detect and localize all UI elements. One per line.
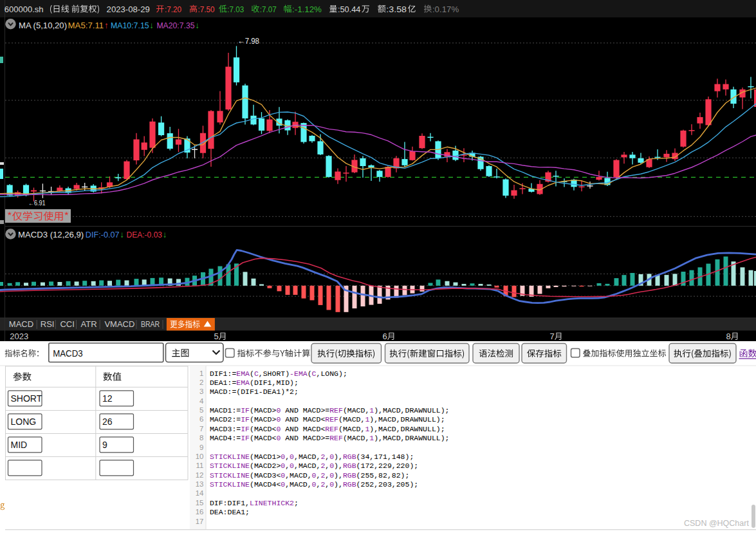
svg-text:,: , — [285, 462, 290, 470]
svg-text:BRAR: BRAR — [141, 319, 160, 329]
svg-text:(MACD3<: (MACD3< — [250, 471, 281, 480]
svg-text:↑: ↑ — [104, 21, 109, 30]
svg-text:REF: REF — [329, 406, 343, 415]
svg-text:,MACD,: ,MACD, — [285, 480, 311, 489]
svg-text:7: 7 — [199, 425, 203, 433]
svg-text:MACD4:=: MACD4:= — [210, 434, 241, 442]
svg-text:(MACD>: (MACD> — [250, 406, 277, 415]
svg-text:12: 12 — [102, 393, 113, 404]
svg-text:MACD2:=: MACD2:= — [210, 415, 241, 424]
svg-text:),: ), — [334, 462, 343, 470]
svg-text:REF: REF — [325, 425, 338, 433]
svg-text:,: , — [325, 471, 329, 480]
svg-text:↓: ↓ — [195, 21, 199, 30]
svg-text:(MACD1>: (MACD1> — [250, 453, 281, 461]
svg-text:MACD: MACD — [9, 319, 33, 329]
svg-text:9: 9 — [199, 444, 203, 451]
svg-text:↓: ↓ — [149, 21, 154, 30]
svg-text:MA20:7.35: MA20:7.35 — [156, 21, 194, 30]
svg-text:),: ), — [334, 480, 343, 489]
svg-text:DEA:DEA1;: DEA:DEA1; — [210, 508, 250, 516]
svg-text:←7.98: ←7.98 — [237, 36, 259, 46]
svg-text:(MACD,: (MACD, — [343, 406, 369, 415]
svg-text:9: 9 — [102, 440, 107, 450]
svg-text::7.03: :7.03 — [227, 5, 244, 14]
svg-text:LONG: LONG — [11, 416, 37, 427]
svg-text:15: 15 — [196, 499, 204, 507]
svg-text:IF: IF — [241, 415, 250, 424]
svg-text:EMA: EMA — [236, 379, 250, 387]
svg-text:(MACD,: (MACD, — [338, 415, 365, 424]
svg-text:IF: IF — [241, 406, 250, 415]
svg-text:,: , — [317, 480, 321, 489]
svg-text:MACD1:=: MACD1:= — [210, 406, 241, 415]
svg-text:,: , — [317, 471, 321, 480]
svg-text:VMACD: VMACD — [104, 319, 134, 329]
svg-text:↓: ↓ — [120, 230, 124, 239]
svg-text:),MACD,DRAWNULL);: ),MACD,DRAWNULL); — [374, 434, 449, 442]
svg-text:MA5:7.11: MA5:7.11 — [68, 21, 104, 30]
svg-text:,: , — [285, 453, 290, 461]
svg-text:RGB: RGB — [343, 471, 356, 480]
svg-text:,: , — [325, 453, 329, 461]
svg-text:14: 14 — [196, 489, 204, 497]
svg-text:AND MACD<: AND MACD< — [281, 415, 325, 424]
svg-text:(34,171,148);: (34,171,148); — [356, 453, 414, 461]
svg-text:600000.sh: 600000.sh — [5, 5, 44, 14]
svg-text:2: 2 — [199, 379, 203, 386]
svg-text:ATR: ATR — [81, 319, 97, 329]
svg-text:2023-08-29: 2023-08-29 — [107, 5, 150, 14]
svg-text:↓: ↓ — [163, 230, 167, 239]
svg-text:12: 12 — [196, 471, 204, 479]
svg-text:IF: IF — [241, 425, 250, 433]
svg-text:(255,82,82);: (255,82,82); — [356, 471, 410, 480]
svg-text:),MACD,DRAWNULL);: ),MACD,DRAWNULL); — [374, 406, 449, 415]
svg-text:MID: MID — [11, 440, 28, 450]
svg-text:RGB: RGB — [343, 453, 356, 461]
svg-text:EMA: EMA — [294, 369, 308, 378]
svg-text::50.44: :50.44 — [338, 5, 361, 14]
svg-text::-1.12%: :-1.12% — [292, 5, 322, 14]
svg-text:),: ), — [334, 471, 343, 480]
svg-text:4: 4 — [199, 397, 204, 405]
svg-text:(MACD>: (MACD> — [250, 415, 277, 424]
svg-text:DIF1:=: DIF1:= — [210, 369, 237, 378]
svg-text:DIF:-0.07: DIF:-0.07 — [86, 230, 120, 239]
svg-text:REF: REF — [325, 415, 338, 424]
svg-text:SHORT: SHORT — [11, 393, 42, 404]
svg-text:11: 11 — [196, 462, 204, 469]
svg-text:8: 8 — [726, 332, 730, 341]
svg-text:MACD:=(DIF1-DEA1)*2;: MACD:=(DIF1-DEA1)*2; — [210, 388, 299, 396]
svg-text:(MACD2>: (MACD2> — [250, 462, 281, 470]
svg-text:DIF:DIF1,: DIF:DIF1, — [210, 499, 250, 507]
svg-text:(MACD<: (MACD< — [250, 425, 277, 433]
svg-text:17: 17 — [196, 518, 204, 525]
svg-text:),: ), — [334, 453, 343, 461]
svg-text:RSI: RSI — [41, 319, 55, 329]
svg-text:(MACD,: (MACD, — [338, 425, 365, 433]
svg-text:),MACD,DRAWNULL);: ),MACD,DRAWNULL); — [369, 425, 445, 433]
svg-text:,: , — [325, 462, 329, 470]
svg-text::7.07: :7.07 — [260, 5, 277, 14]
svg-text:MA10:7.15: MA10:7.15 — [111, 21, 149, 30]
svg-text:RGB: RGB — [343, 462, 356, 470]
svg-text:DEA1:=: DEA1:= — [210, 379, 237, 387]
svg-text:1: 1 — [199, 369, 203, 377]
svg-text:(MACD,: (MACD, — [343, 434, 369, 442]
svg-text:MACD3 (12,26,9): MACD3 (12,26,9) — [18, 230, 84, 239]
svg-text:IF: IF — [241, 434, 250, 442]
svg-text:AND MACD>=: AND MACD>= — [281, 406, 329, 415]
svg-text:CSDN @HQChart: CSDN @HQChart — [684, 519, 749, 528]
svg-text:,: , — [325, 480, 329, 489]
svg-text:,LONG);: ,LONG); — [317, 369, 347, 378]
svg-text::0.17%: :0.17% — [432, 5, 459, 14]
svg-text:;: ; — [294, 499, 299, 507]
svg-text:STICKLINE: STICKLINE — [210, 480, 250, 489]
svg-text:7: 7 — [549, 332, 554, 341]
svg-text:6: 6 — [199, 415, 203, 423]
svg-text::7.20: :7.20 — [165, 5, 181, 14]
svg-text:16: 16 — [196, 508, 204, 516]
svg-text:(MACD<: (MACD< — [250, 434, 277, 442]
svg-text:(252,203,205);: (252,203,205); — [356, 480, 419, 489]
svg-text:,MACD,: ,MACD, — [294, 462, 320, 470]
